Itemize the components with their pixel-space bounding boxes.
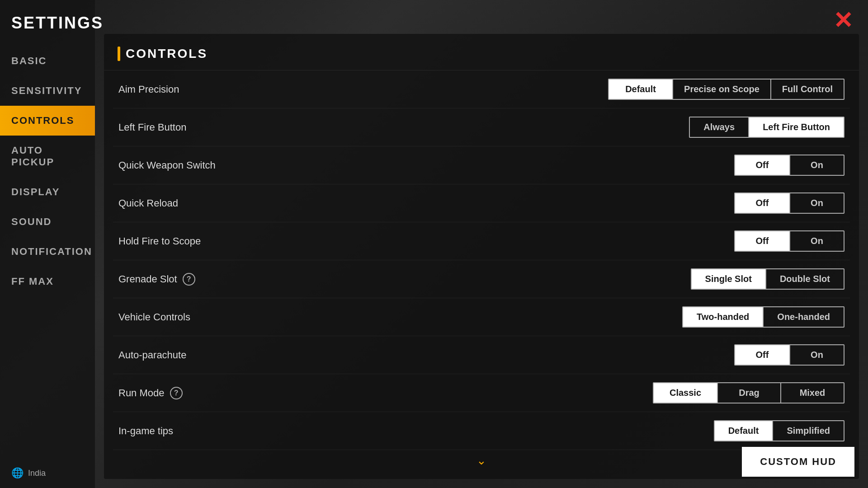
setting-label-quick-weapon-switch: Quick Weapon Switch	[118, 160, 734, 171]
btn-vehicle-controls-0[interactable]: Two-handed	[683, 307, 763, 327]
btn-quick-weapon-switch-1[interactable]: On	[789, 155, 844, 175]
section-accent	[118, 47, 120, 61]
setting-label-vehicle-controls: Vehicle Controls	[118, 311, 682, 323]
btn-auto-parachute-0[interactable]: Off	[735, 345, 789, 365]
section-header: CONTROLS	[104, 34, 859, 70]
btn-hold-fire-to-scope-1[interactable]: On	[789, 231, 844, 251]
sidebar-nav: BASICSENSITIVITYCONTROLSAUTO PICKUPDISPL…	[0, 46, 95, 296]
btn-group-grenade-slot: Single SlotDouble Slot	[691, 268, 844, 290]
btn-in-game-tips-1[interactable]: Simplified	[772, 421, 844, 441]
setting-row-vehicle-controls: Vehicle ControlsTwo-handedOne-handed	[113, 298, 850, 336]
settings-list: Aim PrecisionDefaultPrecise on ScopeFull…	[104, 70, 859, 450]
setting-row-quick-reload: Quick ReloadOffOn	[113, 184, 850, 222]
setting-row-auto-parachute: Auto-parachuteOffOn	[113, 336, 850, 374]
btn-left-fire-button-1[interactable]: Left Fire Button	[748, 117, 844, 137]
btn-run-mode-2[interactable]: Mixed	[780, 383, 844, 403]
btn-run-mode-0[interactable]: Classic	[654, 383, 717, 403]
setting-row-run-mode: Run Mode?ClassicDragMixed	[113, 374, 850, 412]
section-title: CONTROLS	[126, 47, 208, 61]
btn-group-in-game-tips: DefaultSimplified	[714, 420, 844, 441]
sidebar-item-display[interactable]: DISPLAY	[0, 177, 95, 207]
close-button[interactable]: ✕	[827, 5, 859, 36]
btn-aim-precision-2[interactable]: Full Control	[770, 80, 844, 99]
sidebar-item-notification[interactable]: NOTIFICATION	[0, 237, 95, 267]
btn-aim-precision-0[interactable]: Default	[609, 80, 672, 99]
globe-icon: 🌐	[11, 467, 24, 479]
btn-in-game-tips-0[interactable]: Default	[715, 421, 773, 441]
setting-label-quick-reload: Quick Reload	[118, 197, 734, 209]
btn-grenade-slot-1[interactable]: Double Slot	[765, 269, 844, 289]
btn-quick-reload-1[interactable]: On	[789, 193, 844, 213]
btn-group-run-mode: ClassicDragMixed	[653, 382, 844, 404]
btn-group-aim-precision: DefaultPrecise on ScopeFull Control	[608, 79, 844, 100]
btn-group-quick-weapon-switch: OffOn	[734, 155, 844, 176]
btn-quick-weapon-switch-0[interactable]: Off	[735, 155, 789, 175]
sidebar-item-controls[interactable]: CONTROLS	[0, 106, 95, 136]
setting-row-grenade-slot: Grenade Slot?Single SlotDouble Slot	[113, 260, 850, 298]
btn-quick-reload-0[interactable]: Off	[735, 193, 789, 213]
sidebar-item-auto-pickup[interactable]: AUTO PICKUP	[0, 136, 95, 177]
setting-label-aim-precision: Aim Precision	[118, 84, 608, 95]
setting-label-hold-fire-to-scope: Hold Fire to Scope	[118, 235, 734, 247]
btn-auto-parachute-1[interactable]: On	[789, 345, 844, 365]
btn-aim-precision-1[interactable]: Precise on Scope	[672, 80, 770, 99]
setting-row-aim-precision: Aim PrecisionDefaultPrecise on ScopeFull…	[113, 70, 850, 108]
main-panel: CONTROLS Aim PrecisionDefaultPrecise on …	[104, 34, 859, 479]
help-icon-run-mode[interactable]: ?	[170, 387, 183, 399]
btn-left-fire-button-0[interactable]: Always	[690, 117, 748, 137]
sidebar-footer: 🌐 India	[0, 458, 95, 488]
btn-grenade-slot-0[interactable]: Single Slot	[692, 269, 765, 289]
btn-vehicle-controls-1[interactable]: One-handed	[763, 307, 844, 327]
btn-group-auto-parachute: OffOn	[734, 344, 844, 366]
btn-group-hold-fire-to-scope: OffOn	[734, 230, 844, 252]
setting-row-hold-fire-to-scope: Hold Fire to ScopeOffOn	[113, 222, 850, 260]
btn-group-left-fire-button: AlwaysLeft Fire Button	[689, 117, 844, 138]
setting-label-left-fire-button: Left Fire Button	[118, 122, 689, 133]
setting-label-run-mode: Run Mode?	[118, 387, 653, 399]
setting-row-quick-weapon-switch: Quick Weapon SwitchOffOn	[113, 146, 850, 184]
btn-group-vehicle-controls: Two-handedOne-handed	[682, 306, 844, 328]
sidebar-item-sound[interactable]: SOUND	[0, 207, 95, 237]
help-icon-grenade-slot[interactable]: ?	[183, 273, 195, 286]
setting-label-in-game-tips: In-game tips	[118, 425, 714, 437]
btn-run-mode-1[interactable]: Drag	[717, 383, 780, 403]
sidebar-item-ff-max[interactable]: FF MAX	[0, 267, 95, 296]
sidebar-item-sensitivity[interactable]: SENSITIVITY	[0, 76, 95, 106]
setting-label-grenade-slot: Grenade Slot?	[118, 273, 691, 286]
setting-row-in-game-tips: In-game tipsDefaultSimplified	[113, 412, 850, 450]
btn-hold-fire-to-scope-0[interactable]: Off	[735, 231, 789, 251]
sidebar-item-basic[interactable]: BASIC	[0, 46, 95, 76]
custom-hud-button[interactable]: CUSTOM HUD	[742, 447, 854, 477]
setting-row-left-fire-button: Left Fire ButtonAlwaysLeft Fire Button	[113, 108, 850, 146]
setting-label-auto-parachute: Auto-parachute	[118, 349, 734, 361]
sidebar: SETTINGS BASICSENSITIVITYCONTROLSAUTO PI…	[0, 0, 95, 488]
app-title: SETTINGS	[0, 9, 95, 46]
region-label: India	[28, 469, 46, 478]
btn-group-quick-reload: OffOn	[734, 192, 844, 214]
